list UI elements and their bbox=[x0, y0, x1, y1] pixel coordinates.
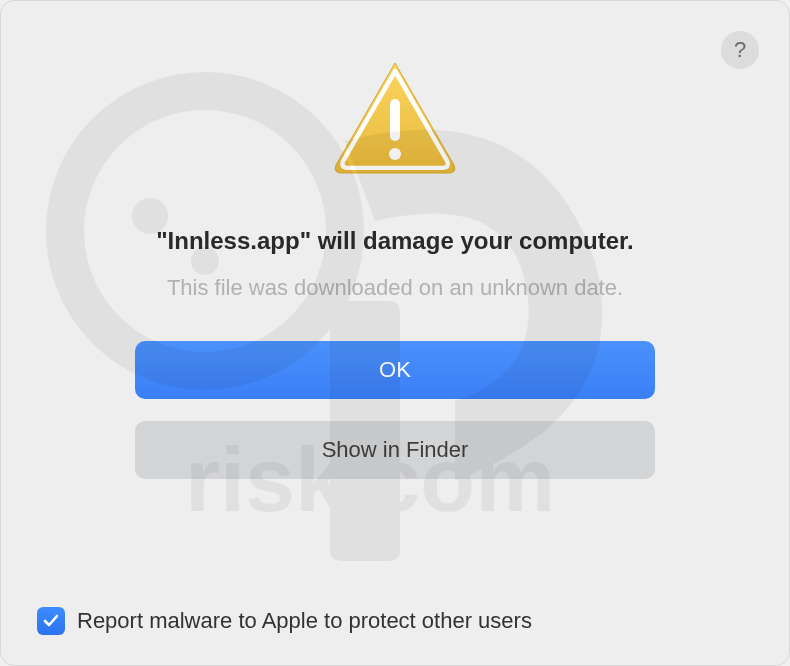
help-button[interactable]: ? bbox=[721, 31, 759, 69]
report-malware-label[interactable]: Report malware to Apple to protect other… bbox=[77, 608, 532, 634]
warning-icon-container bbox=[1, 57, 789, 177]
show-in-finder-button[interactable]: Show in Finder bbox=[135, 421, 655, 479]
svg-point-6 bbox=[389, 148, 401, 160]
dialog-subtext: This file was downloaded on an unknown d… bbox=[41, 275, 749, 301]
ok-button[interactable]: OK bbox=[135, 341, 655, 399]
dialog-heading: "Innless.app" will damage your computer. bbox=[41, 227, 749, 255]
checkmark-icon bbox=[42, 612, 60, 630]
alert-dialog: ? risk.com bbox=[0, 0, 790, 666]
warning-icon bbox=[330, 57, 460, 177]
report-malware-checkbox[interactable] bbox=[37, 607, 65, 635]
help-icon: ? bbox=[734, 37, 746, 63]
report-malware-row: Report malware to Apple to protect other… bbox=[37, 607, 532, 635]
svg-rect-5 bbox=[390, 99, 400, 141]
